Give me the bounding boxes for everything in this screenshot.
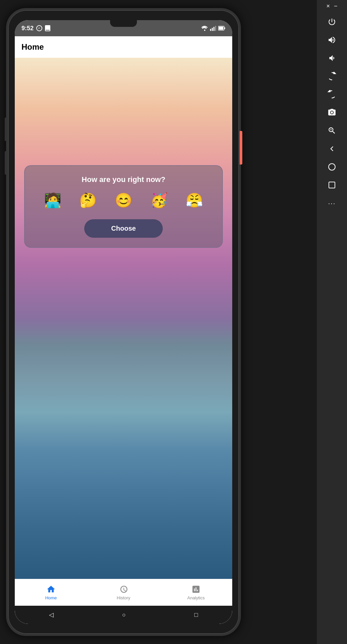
back-icon — [328, 144, 336, 153]
background-gradient — [15, 58, 232, 579]
svg-point-9 — [329, 164, 335, 170]
choose-button[interactable]: Choose — [84, 219, 162, 238]
nav-tab-home[interactable]: Home — [15, 585, 87, 600]
status-left: 9:52 P — [21, 25, 50, 32]
status-icons — [201, 26, 226, 31]
notification-icon: P — [36, 25, 42, 31]
camera-icon — [328, 108, 336, 117]
camera-notch — [110, 20, 137, 27]
page-title: Home — [21, 42, 44, 52]
power-button[interactable] — [240, 131, 242, 165]
minimize-button[interactable]: − — [334, 3, 338, 10]
vol-up-ctrl-button[interactable] — [322, 31, 342, 49]
mood-question: How are you right now? — [82, 175, 165, 184]
vol-down-ctrl-button[interactable] — [322, 49, 342, 67]
wifi-icon — [201, 26, 208, 31]
volume-up-button[interactable] — [5, 118, 7, 141]
power-icon — [328, 17, 336, 26]
recents-ctrl-button[interactable] — [322, 176, 342, 194]
svg-rect-0 — [210, 29, 211, 31]
history-icon — [119, 585, 128, 594]
main-content: How are you right now? 🧑‍💻 🤔 😊 🥳 😤 Choos… — [15, 58, 232, 579]
back-button[interactable]: ◁ — [49, 611, 54, 618]
rotate-cw-button[interactable] — [322, 67, 342, 85]
rotate-ccw-button[interactable] — [322, 86, 342, 103]
back-ctrl-button[interactable] — [322, 140, 342, 157]
close-button[interactable]: × — [326, 3, 330, 10]
more-icon: ··· — [328, 199, 336, 207]
nav-label-history: History — [117, 595, 130, 600]
circle-icon — [328, 163, 336, 171]
screenshot-button[interactable] — [322, 104, 342, 121]
svg-rect-2 — [213, 27, 214, 31]
emoji-angry[interactable]: 😤 — [186, 192, 203, 209]
svg-rect-5 — [225, 28, 226, 29]
volume-down-icon — [328, 54, 336, 62]
emoji-stressed[interactable]: 🧑‍💻 — [44, 192, 61, 209]
bottom-nav: Home History Analytics — [15, 579, 232, 606]
nav-label-analytics: Analytics — [187, 595, 205, 600]
screen: 9:52 P — [15, 20, 232, 624]
analytics-icon — [191, 585, 201, 594]
svg-rect-1 — [212, 28, 213, 31]
volume-up-icon — [328, 36, 336, 44]
sidebar-controls: × − — [317, 0, 347, 644]
emoji-happy[interactable]: 😊 — [115, 192, 132, 209]
svg-rect-6 — [219, 27, 224, 30]
svg-rect-3 — [215, 26, 216, 31]
battery-icon — [218, 26, 226, 31]
emoji-celebrating[interactable]: 🥳 — [150, 192, 168, 209]
volume-down-button[interactable] — [5, 151, 7, 175]
zoom-in-icon — [328, 126, 336, 135]
rotate-icon — [328, 72, 336, 81]
home-icon — [46, 585, 56, 594]
zoom-button[interactable] — [322, 122, 342, 139]
phone-frame: 9:52 P — [6, 8, 241, 636]
svg-marker-7 — [334, 72, 335, 74]
system-nav-bar: ◁ ○ □ — [15, 606, 232, 624]
nav-tab-history[interactable]: History — [87, 585, 160, 600]
recents-button[interactable]: □ — [194, 611, 198, 618]
status-time: 9:52 — [21, 25, 34, 32]
app-bar: Home — [15, 36, 232, 58]
mood-card: How are you right now? 🧑‍💻 🤔 😊 🥳 😤 Choos… — [24, 165, 223, 248]
nav-label-home: Home — [45, 595, 57, 600]
home-button[interactable]: ○ — [122, 611, 126, 618]
rotate-ccw-icon — [328, 90, 336, 99]
sd-icon — [45, 25, 50, 31]
svg-marker-8 — [328, 90, 330, 92]
square-icon — [328, 181, 336, 189]
nav-tab-analytics[interactable]: Analytics — [160, 585, 232, 600]
signal-icon — [210, 26, 216, 31]
emoji-thinking[interactable]: 🤔 — [79, 192, 97, 209]
home-ctrl-button[interactable] — [322, 158, 342, 176]
more-button[interactable]: ··· — [322, 194, 342, 212]
power-ctrl-button[interactable] — [322, 13, 342, 31]
emoji-row: 🧑‍💻 🤔 😊 🥳 😤 — [32, 192, 215, 209]
svg-rect-10 — [329, 182, 335, 188]
